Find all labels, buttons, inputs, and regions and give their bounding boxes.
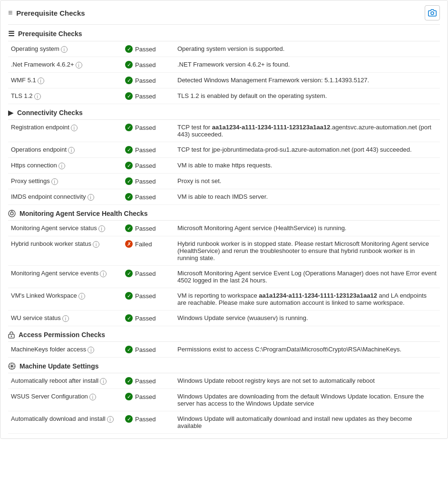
table-row: .Net Framework 4.6.2+i ✓ Passed .NET Fra… bbox=[8, 57, 440, 73]
description-cell-connectivity-3: Proxy is not set. bbox=[175, 174, 440, 189]
check-label: MachineKeys folder access bbox=[11, 346, 86, 353]
svg-line-14 bbox=[13, 364, 14, 365]
status-label: Passed bbox=[135, 93, 156, 100]
check-label: WSUS Server Configuration bbox=[11, 393, 88, 400]
table-row: Automatically reboot after installi ✓ Pa… bbox=[8, 373, 440, 389]
info-icon[interactable]: i bbox=[51, 178, 58, 185]
description-cell-monitoring-2: Microsoft Monitoring Agent service Event… bbox=[175, 266, 440, 288]
status-label: Passed bbox=[135, 416, 156, 423]
section-table-prerequisite: Operating systemi ✓ Passed Operating sys… bbox=[8, 41, 440, 104]
info-icon[interactable]: i bbox=[38, 78, 44, 84]
description-cell-prerequisite-1: .NET Framework version 4.6.2+ is found. bbox=[175, 57, 440, 73]
check-name-machine_update-2: Automatically download and installi bbox=[8, 411, 122, 434]
description-text: Windows Update will automatically downlo… bbox=[177, 415, 412, 429]
info-icon[interactable]: i bbox=[71, 125, 78, 131]
info-icon[interactable]: i bbox=[88, 194, 94, 201]
passed-icon: ✓ bbox=[125, 61, 133, 68]
check-label: WMF 5.1 bbox=[11, 77, 36, 84]
table-row: Operating systemi ✓ Passed Operating sys… bbox=[8, 41, 440, 57]
section-table-access: MachineKeys folder accessi ✓ Passed Perm… bbox=[8, 342, 440, 358]
passed-icon: ✓ bbox=[125, 177, 133, 185]
description-cell-prerequisite-3: TLS 1.2 is enabled by default on the ope… bbox=[175, 88, 440, 104]
check-label: Operations endpoint bbox=[11, 146, 67, 153]
info-icon[interactable]: i bbox=[93, 241, 99, 248]
status-label: Failed bbox=[135, 241, 152, 248]
section-header-connectivity: ▶Connectivity Checks bbox=[8, 104, 440, 120]
description-text: Microsoft Monitoring Agent service Event… bbox=[177, 270, 437, 284]
description-cell-monitoring-1: Hybrid runbook worker is in stopped stat… bbox=[175, 236, 440, 266]
info-icon[interactable]: i bbox=[88, 347, 94, 353]
check-name-monitoring-0: Monitoring Agent service statusi bbox=[8, 221, 122, 236]
svg-point-5 bbox=[11, 336, 12, 337]
check-label: Automatically download and install bbox=[11, 415, 106, 422]
info-icon[interactable]: i bbox=[61, 46, 68, 53]
passed-icon: ✓ bbox=[125, 292, 133, 300]
info-icon[interactable]: i bbox=[62, 315, 69, 322]
camera-button[interactable] bbox=[425, 5, 440, 20]
description-cell-connectivity-2: VM is able to make https requests. bbox=[175, 158, 440, 174]
camera-icon bbox=[428, 9, 437, 17]
table-row: WSUS Server Configurationi ✓ Passed Wind… bbox=[8, 389, 440, 411]
status-cell-machine_update-1: ✓ Passed bbox=[122, 389, 175, 411]
info-icon[interactable]: i bbox=[98, 225, 105, 232]
page-title: Prerequisite Checks bbox=[16, 9, 85, 17]
workspace-id: aa1a1234-a111-1234-1111-123123a1aa12 bbox=[212, 124, 331, 131]
status-cell-connectivity-1: ✓ Passed bbox=[122, 142, 175, 158]
status-label: Passed bbox=[135, 124, 156, 131]
passed-icon: ✓ bbox=[125, 162, 133, 169]
list-icon: ≡ bbox=[8, 9, 12, 17]
passed-icon: ✓ bbox=[125, 314, 133, 322]
check-label: Monitoring Agent service events bbox=[11, 270, 98, 277]
status-passed: ✓ Passed bbox=[125, 193, 156, 201]
check-label: Hybrid runbook worker status bbox=[11, 240, 91, 247]
status-cell-connectivity-2: ✓ Passed bbox=[122, 158, 175, 174]
status-label: Passed bbox=[135, 194, 156, 201]
svg-line-12 bbox=[10, 364, 10, 365]
description-text: Windows Update reboot registry keys are … bbox=[177, 377, 375, 384]
description-text: TCP test for jpe-jobruntimedata-prod-su1… bbox=[177, 146, 412, 153]
check-label: Https connection bbox=[11, 162, 57, 169]
status-label: Passed bbox=[135, 315, 156, 322]
info-icon[interactable]: i bbox=[68, 147, 75, 154]
status-cell-machine_update-2: ✓ Passed bbox=[122, 411, 175, 434]
info-icon[interactable]: i bbox=[34, 93, 41, 100]
check-name-connectivity-0: Registration endpointi bbox=[8, 120, 122, 142]
check-name-prerequisite-0: Operating systemi bbox=[8, 41, 122, 57]
table-row: Proxy settingsi ✓ Passed Proxy is not se… bbox=[8, 174, 440, 189]
check-name-monitoring-1: Hybrid runbook worker statusi bbox=[8, 236, 122, 266]
description-text: Windows Updates are downloading from the… bbox=[177, 393, 424, 407]
passed-icon: ✓ bbox=[125, 415, 133, 423]
info-icon[interactable]: i bbox=[58, 163, 65, 169]
main-container: ≡ Prerequisite Checks ☰Prerequisite Chec… bbox=[0, 0, 448, 439]
status-passed: ✓ Passed bbox=[125, 77, 156, 84]
section-table-monitoring: Monitoring Agent service statusi ✓ Passe… bbox=[8, 221, 440, 326]
info-icon[interactable]: i bbox=[100, 378, 107, 385]
info-icon[interactable]: i bbox=[100, 271, 107, 277]
check-name-machine_update-1: WSUS Server Configurationi bbox=[8, 389, 122, 411]
status-cell-connectivity-3: ✓ Passed bbox=[122, 174, 175, 189]
description-text: Hybrid runbook worker is in stopped stat… bbox=[177, 240, 429, 262]
info-icon[interactable]: i bbox=[76, 62, 82, 68]
description-text: Proxy is not set. bbox=[177, 177, 221, 184]
info-icon[interactable]: i bbox=[89, 394, 96, 400]
status-label: Passed bbox=[135, 46, 156, 53]
check-name-monitoring-4: WU service statusi bbox=[8, 311, 122, 326]
status-failed: ✗ Failed bbox=[125, 240, 152, 248]
status-label: Passed bbox=[135, 146, 156, 154]
description-text: Permissions exist to access C:\ProgramDa… bbox=[177, 346, 401, 353]
description-cell-machine_update-0: Windows Update reboot registry keys are … bbox=[175, 373, 440, 389]
section-header-access: Access Permission Checks bbox=[8, 326, 440, 342]
info-icon[interactable]: i bbox=[107, 416, 114, 423]
status-label: Passed bbox=[135, 225, 156, 232]
status-passed: ✓ Passed bbox=[125, 292, 156, 300]
description-text: Windows Update service (wuauserv) is run… bbox=[177, 314, 308, 321]
passed-icon: ✓ bbox=[125, 77, 133, 84]
status-passed: ✓ Passed bbox=[125, 162, 156, 169]
passed-icon: ✓ bbox=[125, 92, 133, 100]
check-name-machine_update-0: Automatically reboot after installi bbox=[8, 373, 122, 389]
status-passed: ✓ Passed bbox=[125, 224, 156, 232]
description-text: VM is able to reach IMDS server. bbox=[177, 193, 268, 200]
description-cell-machine_update-2: Windows Update will automatically downlo… bbox=[175, 411, 440, 434]
svg-line-15 bbox=[10, 368, 10, 369]
info-icon[interactable]: i bbox=[78, 293, 85, 300]
